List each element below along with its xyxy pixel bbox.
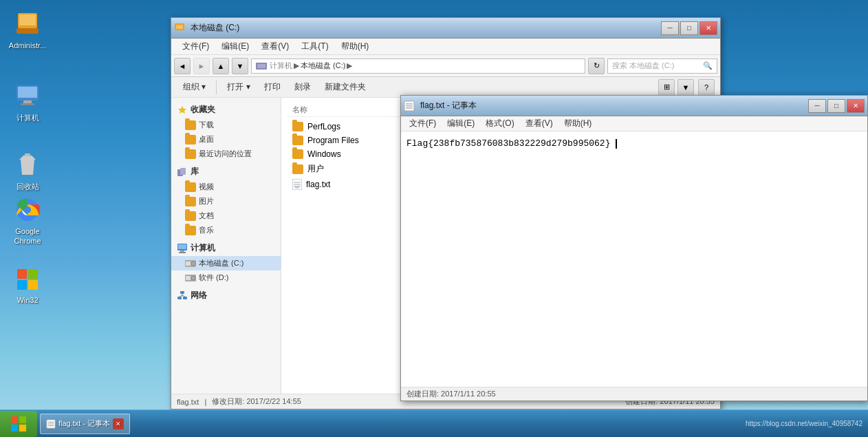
svg-rect-32 (180, 291, 184, 294)
notepad-menu-help[interactable]: 帮助(H) (558, 116, 598, 131)
status-selected: flag.txt (177, 398, 199, 406)
svg-rect-21 (180, 168, 186, 175)
recycle-label: 回收站 (17, 182, 39, 191)
desktop-icon-chrome[interactable]: GoogleChrome (3, 196, 52, 246)
notepad-window-controls: ─ □ ✕ (808, 99, 865, 113)
taskbar: flag.txt - 记事本 ✕ https://blog.csdn.net/w… (0, 409, 868, 437)
back-button[interactable]: ◄ (174, 58, 191, 74)
svg-rect-12 (28, 269, 38, 279)
forward-button[interactable]: ► (193, 58, 210, 74)
taskbar-notepad-button[interactable]: flag.txt - 记事本 ✕ (40, 414, 130, 434)
svg-rect-34 (183, 297, 187, 299)
svg-rect-11 (17, 269, 27, 279)
help-button[interactable]: ? (698, 79, 715, 96)
address-bar: ◄ ► ▲ ▼ 计算机 ▶ 本地磁盘 (C:) ▶ ↻ 搜索 本地磁盘 (C:)… (171, 55, 720, 77)
svg-rect-27 (186, 262, 191, 266)
svg-rect-50 (19, 425, 26, 431)
notepad-status-bar: 创建日期: 2017/1/11 20:55 (401, 387, 867, 401)
svg-rect-2 (17, 28, 39, 34)
notepad-menu-edit[interactable]: 编辑(E) (442, 116, 480, 131)
sidebar-item-desktop[interactable]: 桌面 (171, 132, 281, 147)
svg-rect-49 (11, 425, 18, 431)
maximize-button[interactable]: □ (680, 21, 698, 35)
notepad-close-button[interactable]: ✕ (847, 99, 865, 113)
svg-rect-14 (28, 280, 38, 290)
computer-label: 计算机 (17, 113, 39, 122)
notepad-window: flag.txt - 记事本 ─ □ ✕ 文件(F) 编辑(E) 格式(O) 查… (400, 95, 868, 401)
svg-rect-33 (177, 297, 182, 299)
sidebar-item-downloads[interactable]: 下载 (171, 118, 281, 132)
taskbar-close-btn[interactable]: ✕ (113, 418, 124, 429)
sidebar: 收藏夹 下载 桌面 最近访问的位置 (171, 98, 281, 394)
svg-rect-13 (17, 280, 27, 290)
sidebar-libraries-header[interactable]: 库 (171, 164, 281, 180)
svg-rect-23 (178, 244, 186, 249)
notepad-menu-view[interactable]: 查看(V) (520, 116, 558, 131)
up-button[interactable]: ▲ (213, 58, 229, 74)
refresh-button[interactable]: ↻ (588, 58, 605, 74)
svg-rect-47 (11, 416, 18, 423)
svg-rect-24 (180, 251, 184, 252)
notepad-minimize-button[interactable]: ─ (808, 99, 826, 113)
menu-view[interactable]: 查看(V) (256, 39, 294, 54)
sidebar-favorites-header[interactable]: 收藏夹 (171, 102, 281, 118)
menu-tools[interactable]: 工具(T) (296, 39, 334, 54)
admin-label: Administr... (9, 41, 46, 50)
menu-file[interactable]: 文件(F) (177, 39, 215, 54)
address-path[interactable]: 计算机 ▶ 本地磁盘 (C:) ▶ (251, 58, 585, 74)
sidebar-computer-header[interactable]: 计算机 (171, 240, 281, 256)
start-button[interactable] (0, 411, 37, 437)
notepad-titlebar[interactable]: flag.txt - 记事本 ─ □ ✕ (401, 96, 867, 116)
notepad-content-area[interactable]: Flag{238fb735876083b832229d279b995062} (401, 131, 867, 387)
toolbar-new-folder[interactable]: 新建文件夹 (318, 79, 372, 96)
view-toggle[interactable]: ⊞ (658, 79, 675, 96)
sidebar-item-recent[interactable]: 最近访问的位置 (171, 147, 281, 161)
svg-line-37 (182, 295, 185, 297)
menu-help[interactable]: 帮助(H) (336, 39, 375, 54)
svg-rect-16 (176, 25, 183, 29)
view-dropdown[interactable]: ▼ (677, 79, 694, 96)
toolbar-print[interactable]: 打印 (258, 79, 287, 96)
notepad-menu-file[interactable]: 文件(F) (404, 116, 442, 131)
minimize-button[interactable]: ─ (661, 21, 679, 35)
svg-text:txt: txt (295, 185, 299, 189)
search-box[interactable]: 搜索 本地磁盘 (C:) 🔍 (607, 58, 717, 74)
sidebar-item-d-drive[interactable]: 软件 (D:) (171, 270, 281, 285)
svg-rect-30 (186, 276, 191, 280)
svg-line-36 (180, 295, 182, 297)
svg-marker-19 (178, 106, 186, 114)
svg-rect-18 (257, 64, 265, 68)
sidebar-item-images[interactable]: 图片 (171, 194, 281, 209)
text-cursor (616, 139, 617, 149)
notepad-maximize-button[interactable]: □ (827, 99, 845, 113)
toolbar-burn[interactable]: 刻录 (288, 79, 317, 96)
taskbar-url: https://blog.csdn.net/weixin_40958742 (746, 420, 862, 427)
notepad-status-text: 创建日期: 2017/1/11 20:55 (406, 389, 496, 399)
notepad-menu-format[interactable]: 格式(O) (480, 116, 519, 131)
svg-rect-25 (179, 252, 186, 253)
chrome-label: GoogleChrome (14, 226, 41, 246)
explorer-menu-bar: 文件(F) 编辑(E) 查看(V) 工具(T) 帮助(H) (171, 39, 720, 55)
sidebar-item-video[interactable]: 视频 (171, 180, 281, 194)
svg-rect-1 (19, 14, 36, 25)
desktop-icon-computer[interactable]: 计算机 (3, 83, 52, 122)
sidebar-network-header[interactable]: 网络 (171, 288, 281, 303)
recent-locations-button[interactable]: ▼ (232, 58, 248, 74)
close-button[interactable]: ✕ (699, 21, 717, 35)
desktop-icon-win32[interactable]: Win32 (3, 265, 52, 305)
toolbar-open[interactable]: 打开 ▾ (221, 79, 256, 96)
toolbar-organize[interactable]: 组织 ▾ (177, 79, 212, 96)
desktop-icon-administrator[interactable]: Administr... (3, 10, 52, 50)
notepad-title: flag.txt - 记事本 (417, 100, 808, 111)
explorer-title: 本地磁盘 (C:) (188, 22, 661, 34)
explorer-titlebar[interactable]: 本地磁盘 (C:) ─ □ ✕ (171, 18, 720, 39)
sidebar-item-documents[interactable]: 文档 (171, 209, 281, 223)
sidebar-item-music[interactable]: 音乐 (171, 223, 281, 237)
win32-label: Win32 (17, 295, 38, 305)
svg-rect-48 (19, 416, 26, 423)
sidebar-item-c-drive[interactable]: 本地磁盘 (C:) (171, 256, 281, 270)
svg-rect-6 (21, 103, 34, 105)
status-modified: 修改日期: 2017/2/22 14:55 (212, 396, 301, 407)
desktop-icon-recycle[interactable]: 回收站 (3, 151, 52, 191)
menu-edit[interactable]: 编辑(E) (216, 39, 254, 54)
